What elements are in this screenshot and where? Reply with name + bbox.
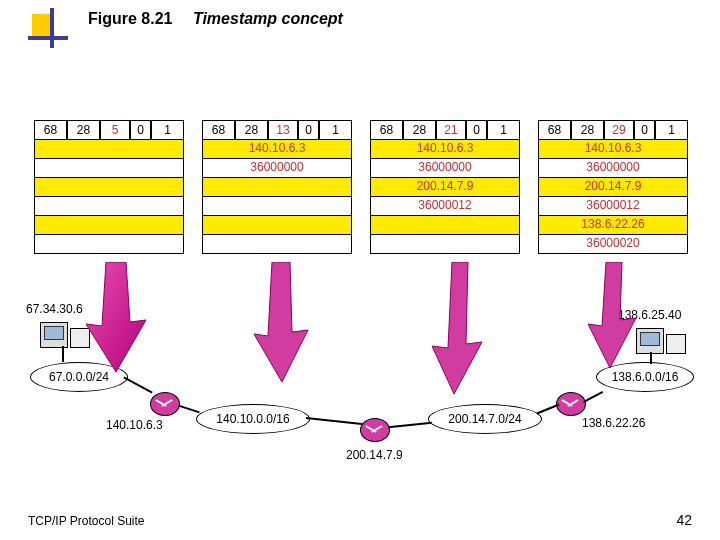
packet-row (34, 235, 184, 254)
host-right-cpu (666, 334, 686, 354)
packet-header: 68281301 (202, 120, 352, 140)
packet-row: 200.14.7.9 (370, 178, 520, 197)
link-5 (536, 404, 559, 415)
figure-caption: Timestamp concept (193, 10, 343, 27)
packet-header-cell: 28 (235, 120, 268, 140)
packet-header-cell: 1 (151, 120, 184, 140)
packet-row: 140.10.6.3 (202, 140, 352, 159)
packet-header-cell: 29 (604, 120, 634, 140)
packet-row (202, 216, 352, 235)
packet-header-cell: 68 (202, 120, 235, 140)
host-left-cpu (70, 328, 90, 348)
packet-header-cell: 0 (130, 120, 151, 140)
packet-header-cell: 0 (298, 120, 319, 140)
packet-tables: 682850168281301140.10.6.3360000006828210… (34, 120, 694, 254)
packet-header-cell: 1 (319, 120, 352, 140)
page-number: 42 (676, 512, 692, 528)
link-2 (178, 405, 200, 414)
packet-row: 200.14.7.9 (538, 178, 688, 197)
packet-header-cell: 1 (655, 120, 688, 140)
figure-title: Figure 8.21 Timestamp concept (88, 10, 343, 28)
packet-table-1: 6828501 (34, 120, 184, 254)
link-6 (583, 391, 603, 403)
figure-label: Figure 8.21 (88, 10, 172, 27)
packet-row: 138.6.22.26 (538, 216, 688, 235)
router-1-ip: 140.10.6.3 (106, 418, 163, 432)
link-hostB (650, 352, 652, 364)
packet-header: 6828501 (34, 120, 184, 140)
packet-header-cell: 68 (538, 120, 571, 140)
packet-row (34, 197, 184, 216)
network-1: 67.0.0.0/24 (30, 362, 128, 392)
packet-row: 36000000 (370, 159, 520, 178)
packet-header: 68282101 (370, 120, 520, 140)
link-hostA (62, 346, 64, 362)
slide-bullet-deco (32, 14, 54, 36)
network-diagram: 67.34.30.6 138.6.25.40 67.0.0.0/24 140.1… (0, 300, 720, 500)
packet-row (202, 178, 352, 197)
packet-row: 140.10.6.3 (370, 140, 520, 159)
packet-row (370, 216, 520, 235)
packet-row (34, 140, 184, 159)
packet-header-cell: 0 (634, 120, 655, 140)
packet-header-cell: 1 (487, 120, 520, 140)
packet-header-cell: 28 (403, 120, 436, 140)
host-right-ip: 138.6.25.40 (618, 308, 681, 322)
packet-row: 36000012 (538, 197, 688, 216)
network-3: 200.14.7.0/24 (428, 404, 542, 434)
packet-row: 36000012 (370, 197, 520, 216)
packet-header-cell: 13 (268, 120, 298, 140)
packet-header-cell: 0 (466, 120, 487, 140)
packet-row (34, 159, 184, 178)
router-3-ip: 138.6.22.26 (582, 416, 645, 430)
packet-row: 140.10.6.3 (538, 140, 688, 159)
packet-header-cell: 28 (571, 120, 604, 140)
footer-text: TCP/IP Protocol Suite (28, 514, 145, 528)
packet-table-3: 68282101140.10.6.336000000200.14.7.93600… (370, 120, 520, 254)
packet-header-cell: 68 (370, 120, 403, 140)
link-3 (306, 417, 362, 425)
packet-row (34, 216, 184, 235)
network-4: 138.6.0.0/16 (596, 362, 694, 392)
link-4 (388, 422, 432, 429)
network-2: 140.10.0.0/16 (196, 404, 310, 434)
packet-row (202, 197, 352, 216)
packet-row (370, 235, 520, 254)
host-right-monitor (636, 328, 664, 354)
packet-table-2: 68281301140.10.6.336000000 (202, 120, 352, 254)
packet-header-cell: 21 (436, 120, 466, 140)
packet-table-4: 68282901140.10.6.336000000200.14.7.93600… (538, 120, 688, 254)
router-1 (150, 392, 180, 416)
packet-header-cell: 5 (100, 120, 130, 140)
link-1 (123, 377, 152, 394)
router-2 (360, 418, 390, 442)
packet-row (202, 235, 352, 254)
host-left-ip: 67.34.30.6 (26, 302, 83, 316)
router-3 (556, 392, 586, 416)
packet-row: 36000000 (202, 159, 352, 178)
packet-row: 36000020 (538, 235, 688, 254)
packet-row: 36000000 (538, 159, 688, 178)
packet-row (34, 178, 184, 197)
packet-header: 68282901 (538, 120, 688, 140)
packet-header-cell: 68 (34, 120, 67, 140)
router-2-ip: 200.14.7.9 (346, 448, 403, 462)
packet-header-cell: 28 (67, 120, 100, 140)
host-left-monitor (40, 322, 68, 348)
